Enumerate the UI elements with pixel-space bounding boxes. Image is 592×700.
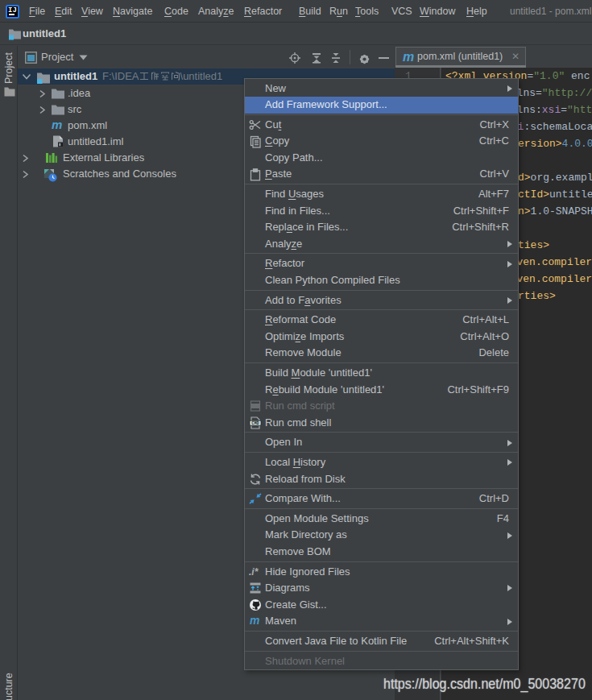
svg-text:CMD: CMD <box>251 421 259 426</box>
